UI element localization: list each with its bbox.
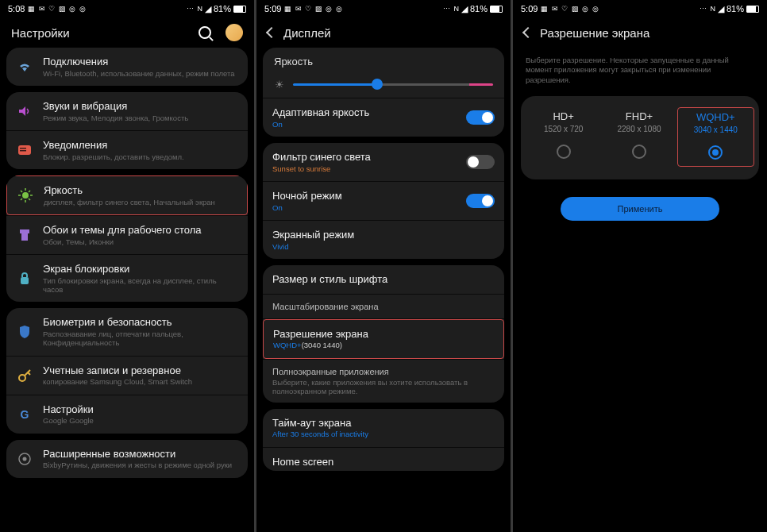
row-sub: On	[272, 203, 457, 212]
svg-rect-1	[20, 148, 26, 149]
row-resolution[interactable]: Разрешение экрана WQHD+(3040 1440)	[263, 319, 504, 359]
status-more-icon: ⋯	[443, 5, 451, 13]
row-title: Учетные записи и резервное	[43, 364, 238, 377]
status-more-icon: ⋯	[700, 5, 707, 13]
row-home-screen[interactable]: Home screen	[263, 448, 504, 472]
google-icon: G	[16, 406, 33, 423]
theme-icon	[16, 226, 33, 244]
sidebar-item-connections[interactable]: Подключения Wi-Fi, Bluetooth, использова…	[6, 48, 248, 86]
sidebar-item-themes[interactable]: Обои и темы для рабочего стола Обои, Тем…	[6, 216, 248, 254]
row-title: Экран блокировки	[43, 263, 238, 276]
settings-list[interactable]: Подключения Wi-Fi, Bluetooth, использова…	[0, 48, 254, 532]
resolution-header: Разрешение экрана	[513, 17, 767, 48]
sidebar-item-brightness[interactable]: Яркость дисплея, фильтр синего света, На…	[6, 175, 248, 215]
row-blue-filter[interactable]: Фильтр синего света Sunset to sunrise	[263, 143, 504, 181]
key-icon	[16, 367, 33, 384]
res-name: WQHD+	[681, 111, 750, 123]
resolution-option-fhd[interactable]: FHD+ 2280 x 1080	[601, 107, 676, 167]
svg-line-10	[21, 199, 22, 200]
status-notif-icons: ▦ ✉ ♡ ▨ ◎ ◎	[541, 5, 599, 13]
svg-rect-12	[21, 277, 29, 284]
sound-icon	[16, 102, 33, 120]
row-night-mode[interactable]: Ночной режим On	[263, 182, 504, 220]
brightness-label: Яркость	[263, 48, 504, 71]
radio-icon[interactable]	[557, 145, 571, 159]
avatar[interactable]	[225, 24, 243, 41]
toggle-night[interactable]	[466, 194, 495, 208]
display-header: Дисплей	[256, 17, 511, 48]
slider-thumb[interactable]	[372, 79, 383, 90]
row-adaptive-brightness[interactable]: Адаптивная яркость On	[263, 98, 504, 137]
phone-screen-resolution: 5:09 ▦ ✉ ♡ ▨ ◎ ◎ ⋯ N ◢ 81% Разрешение эк…	[513, 0, 767, 532]
row-title: Звуки и вибрация	[43, 100, 238, 113]
svg-line-15	[28, 372, 30, 375]
sidebar-item-sounds[interactable]: Звуки и вибрация Режим звука, Мелодия зв…	[6, 92, 248, 130]
back-icon[interactable]	[266, 27, 277, 38]
res-dim: 1520 x 720	[529, 125, 598, 133]
row-title: Разрешение экрана	[273, 328, 494, 341]
back-icon[interactable]	[522, 27, 534, 38]
radio-icon[interactable]	[708, 145, 723, 160]
toggle-adaptive[interactable]	[466, 110, 495, 125]
nfc-icon: N	[710, 5, 715, 13]
status-notif-icons: ▦ ✉ ♡ ▨ ◎ ◎	[28, 5, 87, 13]
battery-text: 81%	[727, 4, 744, 13]
status-bar: 5:09 ▦ ✉ ♡ ▨ ◎ ◎ ⋯ N ◢ 81%	[513, 0, 767, 17]
row-sub: WQHD+(3040 1440)	[273, 341, 494, 349]
phone-screen-settings: 5:08 ▦ ✉ ♡ ▨ ◎ ◎ ⋯ N ◢ 81% Настройки Под…	[0, 0, 254, 532]
sidebar-item-advanced[interactable]: Расширенные возможности BixbyРутины, дви…	[6, 440, 248, 478]
row-title: Home screen	[272, 456, 495, 468]
brightness-slider[interactable]	[293, 83, 493, 86]
brightness-slider-row: ☀	[263, 71, 504, 98]
apply-button[interactable]: Применить	[561, 197, 719, 221]
sidebar-item-notifications[interactable]: Уведомления Блокир. разрешить, доставить…	[6, 131, 248, 169]
row-font[interactable]: Размер и стиль шрифта	[263, 265, 504, 294]
res-dim: 2280 x 1080	[604, 125, 673, 133]
row-sub: Выберите, какие приложения вы хотите исп…	[272, 378, 495, 396]
sidebar-item-biometrics[interactable]: Биометрия и безопасность Распознавание л…	[6, 308, 248, 355]
battery-icon	[490, 6, 503, 13]
settings-header: Настройки	[0, 17, 254, 48]
row-zoom[interactable]: Масштабирование экрана	[263, 295, 504, 318]
svg-line-9	[29, 199, 30, 200]
row-sub: Sunset to sunrise	[272, 164, 457, 173]
row-sub: Распознавание лиц, отпечатки пальцев, Ко…	[43, 330, 238, 348]
battery-text: 81%	[470, 4, 488, 13]
notifications-icon	[16, 141, 33, 159]
row-title: Яркость	[44, 184, 237, 197]
wifi-icon	[16, 58, 33, 75]
row-title: Подключения	[43, 56, 238, 68]
status-time: 5:09	[264, 4, 281, 13]
row-sub: On	[272, 120, 457, 129]
row-sub: Режим звука, Мелодия звонка, Громкость	[43, 114, 238, 122]
resolution-option-hd[interactable]: HD+ 1520 x 720	[526, 107, 601, 167]
help-text: Выберите разрешение. Некоторые запущенны…	[513, 48, 767, 96]
row-timeout[interactable]: Тайм-аут экрана After 30 seconds of inac…	[263, 409, 504, 447]
page-title: Разрешение экрана	[540, 26, 649, 40]
row-sub: Блокир. разрешить, доставить уведомл.	[43, 152, 238, 161]
svg-point-3	[22, 192, 29, 199]
nfc-icon: N	[453, 5, 459, 13]
row-fullscreen-apps[interactable]: Полноэкранные приложения Выберите, какие…	[263, 360, 504, 403]
res-dim: 3040 x 1440	[681, 125, 750, 134]
battery-text: 81%	[214, 4, 231, 13]
signal-icon: ◢	[461, 4, 468, 14]
battery-icon	[746, 6, 759, 13]
row-title: Настройки	[43, 403, 238, 416]
sidebar-item-lockscreen[interactable]: Экран блокировки Тип блокировки экрана, …	[6, 255, 248, 302]
display-list[interactable]: Яркость ☀ Адаптивная яркость On Фильтр с…	[256, 48, 511, 532]
row-title: Ночной режим	[272, 190, 457, 202]
svg-line-11	[29, 191, 30, 192]
radio-icon[interactable]	[632, 145, 646, 159]
row-sub: After 30 seconds of inactivity	[272, 430, 495, 438]
search-icon[interactable]	[198, 26, 211, 39]
res-name: HD+	[529, 110, 598, 122]
sidebar-item-accounts[interactable]: Учетные записи и резервное копирование S…	[6, 357, 248, 395]
signal-icon: ◢	[718, 4, 724, 14]
toggle-bluefilter[interactable]	[466, 155, 495, 169]
resolution-option-wqhd[interactable]: WQHD+ 3040 x 1440	[677, 107, 754, 167]
sidebar-item-google[interactable]: G Настройки Google Google	[6, 395, 248, 434]
row-screen-mode[interactable]: Экранный режим Vivid	[263, 221, 504, 259]
status-bar: 5:08 ▦ ✉ ♡ ▨ ◎ ◎ ⋯ N ◢ 81%	[0, 0, 254, 17]
status-time: 5:08	[8, 4, 25, 13]
